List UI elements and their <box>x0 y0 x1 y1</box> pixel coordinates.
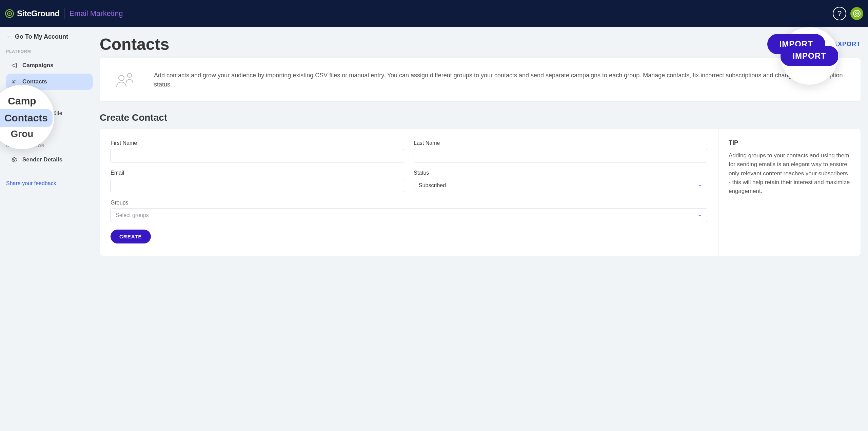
status-value: Subscribed <box>419 182 446 189</box>
back-label: Go To My Account <box>15 33 68 40</box>
back-to-account[interactable]: ← Go To My Account <box>6 33 93 40</box>
contacts-illustration-icon <box>113 69 140 91</box>
people-icon <box>11 79 18 85</box>
gear-icon <box>11 157 18 163</box>
groups-label: Groups <box>111 200 707 206</box>
shell: ← Go To My Account PLATFORM Campaigns Co… <box>0 27 868 431</box>
email-label: Email <box>111 170 404 176</box>
brand-name: SiteGround <box>17 9 60 18</box>
sidebar-item-campaigns[interactable]: Campaigns <box>6 57 93 74</box>
svg-point-6 <box>13 80 15 82</box>
section-config-label: CONFIGURATION <box>6 143 93 148</box>
create-contact-card: First Name Last Name Email Status <box>100 129 861 256</box>
sidebar-separator <box>6 174 93 174</box>
sidebar: ← Go To My Account PLATFORM Campaigns Co… <box>0 27 95 431</box>
sidebar-item-groups[interactable]: Groups <box>6 90 93 105</box>
sidebar-item-label: Connect WP Site <box>21 110 62 116</box>
create-section-title: Create Contact <box>100 112 861 123</box>
status-label: Status <box>414 170 707 176</box>
export-button[interactable]: EXPORT <box>833 41 861 48</box>
avatar-icon <box>853 9 861 18</box>
svg-point-9 <box>14 159 15 161</box>
last-name-field[interactable] <box>414 149 707 162</box>
avatar-button[interactable] <box>850 7 863 20</box>
svg-point-12 <box>127 73 132 77</box>
import-label: IMPORT <box>780 39 813 48</box>
section-platform-label: PLATFORM <box>6 49 93 54</box>
sidebar-item-contacts[interactable]: Contacts <box>6 74 93 90</box>
import-button[interactable]: IMPORT <box>767 34 825 54</box>
sidebar-item-label: Sender Details <box>22 156 62 163</box>
info-text: Add contacts and grow your audience by i… <box>154 71 847 89</box>
tip-body: Adding groups to your contacts and using… <box>729 151 850 196</box>
page-header: Contacts IMPORT EXPORT <box>100 34 861 54</box>
create-label: CREATE <box>119 234 142 239</box>
topbar-divider <box>64 8 65 19</box>
arrow-left-icon: ← <box>6 33 12 40</box>
topbar: SiteGround Email Marketing ? <box>0 0 868 27</box>
svg-point-7 <box>15 80 16 81</box>
brand-logo[interactable]: SiteGround <box>5 9 60 18</box>
siteground-logo-icon <box>5 9 14 18</box>
main: Contacts IMPORT EXPORT IMPORT <box>95 27 868 431</box>
people-icon <box>0 114 1 122</box>
svg-point-5 <box>856 13 857 14</box>
help-icon: ? <box>837 9 842 18</box>
groups-placeholder: Select groups <box>116 212 149 218</box>
tip-panel: TIP Adding groups to your contacts and u… <box>718 129 861 256</box>
email-field[interactable] <box>111 179 404 192</box>
info-card: Add contacts and grow your audience by i… <box>100 58 861 101</box>
tip-title: TIP <box>729 139 850 146</box>
chevron-down-icon <box>697 183 702 188</box>
sidebar-item-analytics[interactable]: Analytics <box>6 121 93 137</box>
chevron-down-icon <box>697 213 702 218</box>
page-title: Contacts <box>100 35 767 54</box>
sidebar-item-label: Contacts <box>22 78 47 85</box>
sidebar-item-connect-wp[interactable]: Connect WP Site <box>6 105 93 121</box>
groups-select[interactable]: Select groups <box>111 209 707 222</box>
chart-icon <box>11 126 18 132</box>
sidebar-item-label: Analytics <box>22 126 48 133</box>
first-name-field[interactable] <box>111 149 404 162</box>
last-name-label: Last Name <box>414 140 707 146</box>
app-name: Email Marketing <box>70 9 123 18</box>
megaphone-icon <box>11 62 18 68</box>
export-label: EXPORT <box>833 41 861 47</box>
feedback-link[interactable]: Share your feedback <box>6 180 93 187</box>
first-name-label: First Name <box>111 140 404 146</box>
sidebar-item-label: Campaigns <box>22 62 54 69</box>
form-area: First Name Last Name Email Status <box>100 129 718 256</box>
sidebar-item-label: Groups <box>21 95 39 101</box>
create-button[interactable]: CREATE <box>111 230 151 243</box>
svg-point-11 <box>119 75 124 81</box>
feedback-label: Share your feedback <box>6 180 56 186</box>
status-select[interactable]: Subscribed <box>414 179 707 192</box>
sidebar-item-sender-details[interactable]: Sender Details <box>6 152 93 168</box>
svg-point-2 <box>9 13 11 15</box>
help-button[interactable]: ? <box>833 7 846 20</box>
